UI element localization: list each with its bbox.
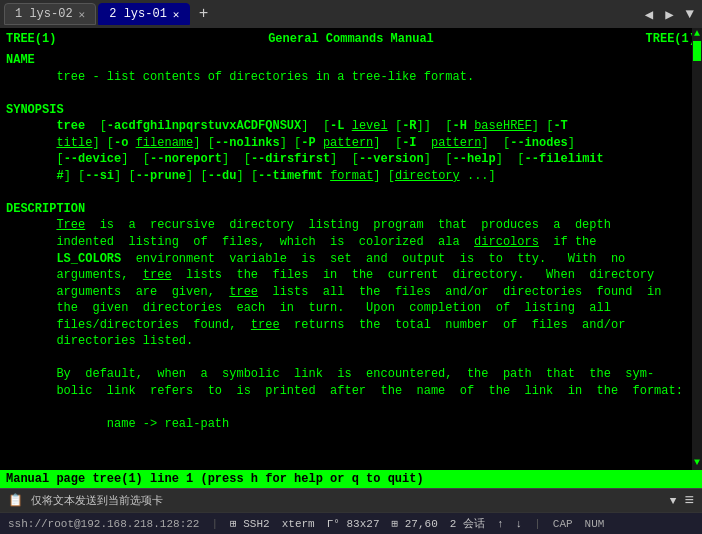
tab-nav-left[interactable]: ◀ — [641, 4, 657, 25]
ssh-address: ssh://root@192.168.218.128:22 — [8, 518, 199, 530]
num-label: NUM — [585, 518, 605, 530]
scrollbar-thumb[interactable] — [693, 41, 701, 61]
tab-2[interactable]: 2 lys-01 ✕ — [98, 3, 190, 25]
tab-add-button[interactable]: + — [192, 3, 214, 25]
scroll-down-arrow[interactable]: ↓ — [516, 518, 523, 530]
sessions-count: 2 会话 — [450, 516, 485, 531]
tab-2-close[interactable]: ✕ — [173, 8, 180, 21]
scroll-position: ⊞ 27,60 — [392, 517, 438, 530]
status-line: ssh://root@192.168.218.128:22 | ⊞ SSH2 x… — [0, 512, 702, 534]
scrollbar-up[interactable]: ▲ — [694, 28, 700, 39]
terminal-type: xterm — [282, 518, 315, 530]
tab-1-close[interactable]: ✕ — [79, 8, 86, 21]
man-header-left: TREE(1) — [6, 32, 56, 46]
send-menu[interactable]: ≡ — [684, 492, 694, 510]
tab-1[interactable]: 1 lys-02 ✕ — [4, 3, 96, 25]
man-body: NAME tree - list contents of directories… — [6, 52, 696, 433]
terminal-area[interactable]: TREE(1) General Commands Manual TREE(1) … — [0, 28, 702, 470]
man-header: TREE(1) General Commands Manual TREE(1) — [6, 32, 696, 46]
scrollbar-down[interactable]: ▼ — [694, 457, 700, 468]
scroll-up-arrow[interactable]: ↑ — [497, 518, 504, 530]
man-status-text: Manual page tree(1) line 1 (press h for … — [6, 472, 424, 486]
dimensions-label: Γ° 83x27 — [327, 518, 380, 530]
tab-1-label: 1 lys-02 — [15, 7, 73, 21]
man-header-right: TREE(1) — [646, 32, 696, 46]
send-dropdown[interactable]: ▼ — [670, 495, 677, 507]
man-content: NAME tree - list contents of directories… — [6, 52, 696, 466]
protocol-label: ⊞ SSH2 — [230, 517, 270, 530]
tab-2-label: 2 lys-01 — [109, 7, 167, 21]
tab-nav-right[interactable]: ▶ — [661, 4, 677, 25]
man-status-bar: Manual page tree(1) line 1 (press h for … — [0, 470, 702, 488]
caps-label: CAP — [553, 518, 573, 530]
send-icon: 📋 — [8, 493, 23, 508]
man-header-center: General Commands Manual — [268, 32, 434, 46]
terminal-scrollbar[interactable]: ▲ ▼ — [692, 28, 702, 470]
send-text-label: 仅将文本发送到当前选项卡 — [31, 493, 163, 508]
tab-bar: 1 lys-02 ✕ 2 lys-01 ✕ + ◀ ▶ ▼ — [0, 0, 702, 28]
tab-menu-icon[interactable]: ▼ — [682, 4, 698, 24]
bottom-send-bar: 📋 仅将文本发送到当前选项卡 ▼ ≡ — [0, 488, 702, 512]
tab-navigation: ◀ ▶ ▼ — [641, 4, 698, 25]
